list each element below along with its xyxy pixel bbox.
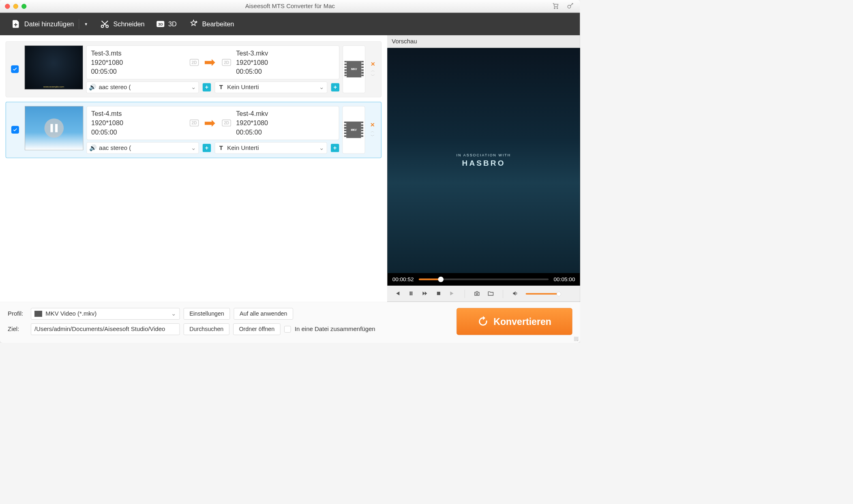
file-checkbox[interactable]: [11, 126, 19, 134]
file-row[interactable]: www.example.com Test-3.mts 1920*1080 00:…: [6, 41, 382, 97]
add-audio-button[interactable]: +: [203, 144, 211, 152]
add-audio-button[interactable]: +: [203, 83, 211, 91]
volume-slider[interactable]: [526, 293, 559, 295]
file-thumbnail[interactable]: www.example.com: [25, 45, 83, 90]
target-resolution: 1920*1080: [236, 118, 334, 128]
target-filename: Test-4.mkv: [236, 109, 334, 118]
resize-grip[interactable]: [574, 337, 579, 341]
source-duration: 00:05:00: [91, 67, 189, 76]
snapshot-button[interactable]: [474, 290, 480, 298]
subtitle-value: Kein Unterti: [227, 84, 316, 91]
key-icon[interactable]: [567, 2, 574, 10]
chevron-down-icon: ⌄: [319, 144, 324, 152]
speaker-icon: 🔊: [90, 144, 96, 152]
pause-button[interactable]: [408, 290, 414, 298]
add-file-dropdown-caret[interactable]: ▼: [84, 22, 88, 26]
file-thumbnail[interactable]: [25, 106, 83, 150]
move-up-button[interactable]: ︿: [371, 69, 375, 73]
2d-badge-icon: 2D: [222, 59, 231, 66]
target-resolution: 1920*1080: [236, 58, 334, 67]
source-filename: Test-4.mts: [91, 109, 190, 118]
cut-button[interactable]: Schneiden: [100, 19, 145, 29]
add-subtitle-button[interactable]: +: [331, 83, 339, 91]
preview-controls: [387, 286, 580, 301]
audio-track-value: aac stereo (: [99, 84, 188, 91]
settings-button[interactable]: Einstellungen: [184, 308, 230, 320]
fast-forward-button[interactable]: [422, 290, 428, 298]
target-duration: 00:05:00: [236, 128, 334, 137]
chevron-down-icon: ⌄: [191, 84, 196, 91]
convert-button[interactable]: Konvertieren: [457, 308, 572, 335]
arrow-right-icon: ➡: [204, 54, 216, 70]
audio-track-select[interactable]: 🔊 aac stereo ( ⌄: [86, 81, 199, 93]
open-folder-button[interactable]: [487, 290, 494, 298]
merge-checkbox[interactable]: [284, 326, 291, 332]
next-button[interactable]: [449, 290, 456, 298]
chevron-down-icon: ⌄: [171, 310, 176, 318]
pause-icon: [44, 118, 64, 138]
2d-badge-icon: 2D: [190, 120, 199, 126]
file-checkbox[interactable]: [11, 65, 19, 73]
subtitle-value: Kein Unterti: [227, 144, 316, 152]
file-list: www.example.com Test-3.mts 1920*1080 00:…: [0, 35, 387, 302]
add-subtitle-button[interactable]: +: [331, 144, 339, 152]
3d-button[interactable]: 3D 3D: [157, 20, 177, 28]
source-resolution: 1920*1080: [91, 118, 190, 128]
timeline-slider[interactable]: [419, 278, 549, 280]
source-resolution: 1920*1080: [91, 58, 189, 67]
source-duration: 00:05:00: [91, 128, 190, 137]
output-format-button[interactable]: MKV: [343, 45, 365, 93]
edit-button[interactable]: Bearbeiten: [189, 19, 234, 29]
total-time: 00:05:00: [554, 276, 575, 283]
minimize-window-button[interactable]: [13, 4, 18, 9]
remove-file-button[interactable]: ✕: [370, 122, 375, 128]
stop-button[interactable]: [435, 290, 442, 298]
file-row[interactable]: Test-4.mts 1920*1080 00:05:00 2D ➡ 2D Te…: [6, 102, 382, 158]
add-file-label: Datei hinzufügen: [24, 20, 74, 28]
current-time: 00:00:52: [392, 276, 414, 283]
toolbar: Datei hinzufügen ▼ Schneiden 3D 3D Bearb…: [0, 13, 580, 35]
arrow-right-icon: ➡: [204, 115, 216, 131]
format-label: MKV: [347, 61, 362, 78]
close-window-button[interactable]: [5, 4, 10, 9]
convert-label: Konvertieren: [493, 316, 551, 327]
browse-button[interactable]: Durchsuchen: [184, 323, 229, 335]
subtitle-select[interactable]: T Kein Unterti ⌄: [215, 142, 327, 154]
svg-rect-5: [437, 292, 440, 295]
preview-title: Vorschau: [387, 35, 580, 48]
move-up-button[interactable]: ︿: [371, 129, 375, 133]
move-down-button[interactable]: ﹀: [371, 74, 375, 78]
prev-button[interactable]: [394, 290, 401, 298]
3d-badge-icon: 3D: [157, 21, 165, 27]
profile-select[interactable]: MKV Video (*.mkv) ⌄: [31, 308, 180, 320]
format-label: MKV: [346, 122, 361, 138]
remove-file-button[interactable]: ✕: [371, 61, 375, 68]
chevron-down-icon: ⌄: [319, 84, 324, 91]
bottom-bar: Profil: MKV Video (*.mkv) ⌄ Einstellunge…: [0, 302, 580, 343]
audio-track-select[interactable]: 🔊 aac stereo ( ⌄: [87, 142, 199, 154]
open-destination-button[interactable]: Ordner öffnen: [233, 323, 280, 335]
maximize-window-button[interactable]: [21, 4, 26, 9]
preview-panel: Vorschau IN ASSOCIATION WITH HASBRO 00:0…: [387, 35, 580, 302]
output-format-button[interactable]: MKV: [343, 106, 365, 154]
move-down-button[interactable]: ﹀: [371, 134, 375, 138]
text-icon: T: [218, 84, 224, 91]
volume-icon[interactable]: [512, 290, 519, 298]
subtitle-select[interactable]: T Kein Unterti ⌄: [215, 81, 327, 93]
profile-label: Profil:: [8, 310, 27, 318]
speaker-icon: 🔊: [89, 84, 96, 91]
apply-all-button[interactable]: Auf alle anwenden: [234, 308, 293, 320]
2d-badge-icon: 2D: [190, 59, 199, 66]
profile-value: MKV Video (*.mkv): [45, 310, 168, 318]
format-icon: [34, 311, 42, 317]
add-file-button[interactable]: Datei hinzufügen ▼: [11, 19, 88, 29]
destination-input[interactable]: /Users/admin/Documents/Aiseesoft Studio/…: [31, 323, 180, 335]
preview-overlay-big: HASBRO: [457, 159, 511, 168]
preview-video[interactable]: IN ASSOCIATION WITH HASBRO: [387, 48, 580, 273]
cart-icon[interactable]: [552, 2, 559, 10]
target-filename: Test-3.mkv: [236, 49, 334, 58]
target-duration: 00:05:00: [236, 67, 334, 76]
destination-label: Ziel:: [8, 326, 27, 333]
source-filename: Test-3.mts: [91, 49, 189, 58]
preview-timeline: 00:00:52 00:05:00: [387, 273, 580, 286]
